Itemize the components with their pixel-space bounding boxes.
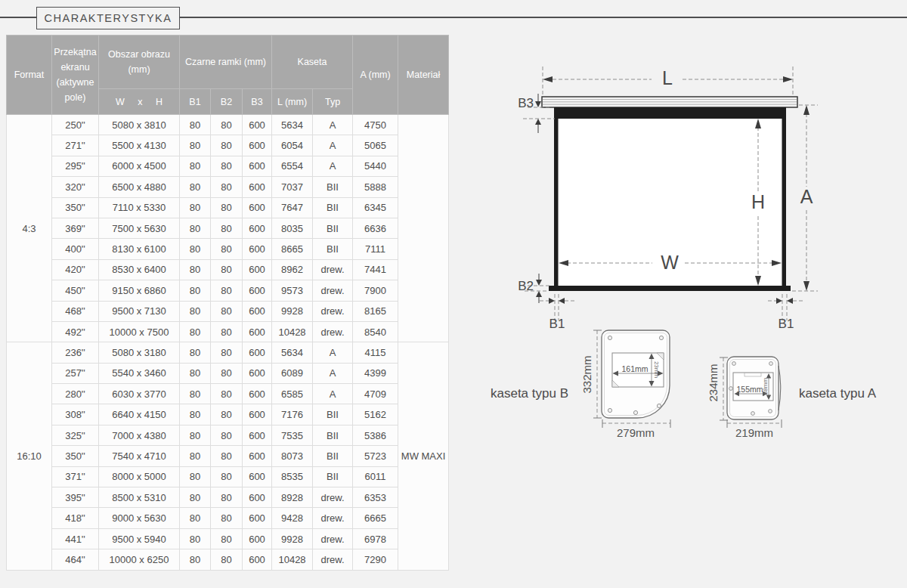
table-cell: 8035 [272, 218, 313, 238]
dim-label-b1-left: B1 [542, 317, 572, 330]
table-cell: 80 [180, 466, 211, 487]
table-cell: 8000 x 5000 [99, 466, 180, 487]
table-cell: drew. [313, 280, 353, 301]
col-header-diagonal: Przekątna ekranu (aktywne pole) [52, 36, 99, 115]
table-cell: BII [313, 425, 353, 445]
table-row: 271''5500 x 413080806006054A5065 [7, 135, 449, 156]
table-cell: 600 [243, 115, 272, 135]
table-cell: 6636 [353, 218, 398, 238]
table-cell: BII [313, 197, 353, 218]
table-cell: 6554 [272, 156, 313, 176]
table-cell: 600 [243, 404, 272, 425]
table-cell: 7540 x 4710 [99, 446, 180, 466]
dim-label-b1-right: B1 [769, 317, 803, 330]
table-cell: 8535 [272, 466, 313, 487]
table-cell: 600 [243, 549, 272, 570]
table-cell: 80 [180, 342, 211, 363]
col-header-l: L (mm) [272, 89, 313, 115]
table-cell: 350'' [52, 446, 99, 466]
table-cell: 80 [180, 384, 211, 404]
dim-label-a: A [795, 187, 818, 206]
table-cell: 325'' [52, 425, 99, 445]
table-cell: 80 [180, 197, 211, 218]
table-cell: drew. [313, 508, 353, 528]
table-cell: 7500 x 5630 [99, 218, 180, 238]
table-cell: 8962 [272, 259, 313, 280]
cassette-bar [542, 97, 797, 107]
table-row: 371''8000 x 500080806008535BII6011 [7, 466, 449, 487]
screen-diagram-drawing [454, 0, 907, 588]
spec-table-container: Format Przekątna ekranu (aktywne pole) O… [6, 35, 449, 571]
table-cell: 10000 x 7500 [99, 321, 180, 342]
table-cell: 80 [180, 446, 211, 466]
table-cell: 600 [243, 446, 272, 466]
table-cell: 6011 [353, 466, 398, 487]
cassette-b-inner-width-label: 161mm [615, 365, 655, 373]
table-cell: 5440 [353, 156, 398, 176]
table-row: 295''6000 x 450080806006554A5440 [7, 156, 449, 176]
table-row: 492''10000 x 7500808060010428drew.8540 [7, 321, 449, 342]
table-cell: drew. [313, 549, 353, 570]
table-cell: 80 [180, 508, 211, 528]
table-cell: 7900 [353, 280, 398, 301]
table-cell: 600 [243, 177, 272, 197]
dim-label-b2: B2 [514, 280, 534, 292]
table-cell: BII [313, 239, 353, 259]
table-cell: 441'' [52, 528, 99, 549]
table-row: 4:3250''5080 x 381080806005634A4750 [7, 115, 449, 135]
table-row: 400''8130 x 610080806008665BII7111 [7, 239, 449, 259]
table-row: 16:10236''5080 x 318080806005634A4115MW … [7, 342, 449, 363]
table-row: 450''9150 x 686080806009573drew.7900 [7, 280, 449, 301]
table-cell: 5162 [353, 404, 398, 425]
table-cell: 600 [243, 487, 272, 508]
table-cell: 80 [211, 487, 243, 508]
table-cell: 600 [243, 301, 272, 321]
table-cell: 80 [211, 508, 243, 528]
section-title-text: CHARAKTERYSTYKA [45, 12, 172, 24]
table-cell: 80 [211, 218, 243, 238]
table-cell: drew. [313, 259, 353, 280]
table-cell: 5065 [353, 135, 398, 156]
table-cell: 80 [180, 301, 211, 321]
table-cell: 8530 x 6400 [99, 259, 180, 280]
table-cell: 10428 [272, 321, 313, 342]
cassette-a-inner-height-label: 88mm [763, 372, 769, 401]
cassette-a-height-label: 234mm [707, 361, 719, 406]
table-cell: 600 [243, 280, 272, 301]
table-cell: 80 [211, 466, 243, 487]
table-cell: 492'' [52, 321, 99, 342]
table-cell: 80 [211, 156, 243, 176]
cassette-b-label: kaseta typu B [475, 387, 584, 400]
table-cell: 600 [243, 156, 272, 176]
table-cell: 9928 [272, 528, 313, 549]
section-title: CHARAKTERYSTYKA [36, 7, 180, 29]
col-header-image-area: Obszar obrazu (mm) [99, 36, 180, 89]
table-cell: 80 [180, 115, 211, 135]
material-cell: MW MAXI [398, 342, 449, 570]
table-cell: 80 [211, 342, 243, 363]
table-cell: 600 [243, 384, 272, 404]
table-cell: 7441 [353, 259, 398, 280]
table-cell: 8665 [272, 239, 313, 259]
table-cell: 308'' [52, 404, 99, 425]
table-cell: 80 [180, 321, 211, 342]
col-header-wxh: W x H [99, 89, 180, 115]
table-cell: 80 [211, 425, 243, 445]
table-cell: 80 [180, 280, 211, 301]
table-cell: 600 [243, 528, 272, 549]
table-cell: 80 [211, 528, 243, 549]
spec-table: Format Przekątna ekranu (aktywne pole) O… [6, 35, 449, 571]
table-row: 308''6640 x 415080806007176BII5162 [7, 404, 449, 425]
table-cell: 80 [211, 197, 243, 218]
table-cell: BII [313, 218, 353, 238]
table-row: 369''7500 x 563080806008035BII6636 [7, 218, 449, 238]
table-cell: 5386 [353, 425, 398, 445]
table-cell: A [313, 135, 353, 156]
col-header-material: Materiał [398, 36, 449, 115]
table-cell: 400'' [52, 239, 99, 259]
table-cell: 8073 [272, 446, 313, 466]
table-cell: 7111 [353, 239, 398, 259]
table-cell: 80 [211, 549, 243, 570]
table-cell: 8540 [353, 321, 398, 342]
table-cell: 9573 [272, 280, 313, 301]
